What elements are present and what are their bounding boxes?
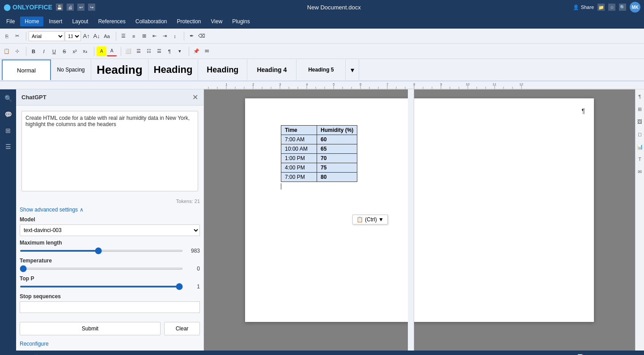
menu-item-file[interactable]: File: [2, 17, 19, 26]
favorite-control[interactable]: ☆: [608, 4, 615, 11]
clear-button[interactable]: Clear: [164, 322, 200, 335]
table-cell-humidity-1: 60: [317, 135, 357, 144]
left-icon-search[interactable]: 🔍: [3, 93, 13, 104]
submit-button[interactable]: Submit: [20, 322, 161, 335]
stop-sequences-input[interactable]: [20, 301, 200, 313]
style2-group: 📌 ✉: [191, 46, 212, 56]
paste-btn[interactable]: 📋: [2, 46, 12, 56]
align-center-btn[interactable]: ☰: [134, 46, 144, 56]
print-control[interactable]: 🖨: [67, 4, 74, 11]
left-icon-grid[interactable]: ⊞: [3, 125, 13, 136]
align-right-btn[interactable]: ☷: [144, 46, 154, 56]
format-group: B I U S x² x₂: [29, 46, 90, 56]
menu-item-collaboration[interactable]: Collaboration: [131, 17, 172, 26]
svg-text:4: 4: [306, 82, 308, 86]
max-length-slider[interactable]: [20, 250, 183, 252]
justify-btn[interactable]: ☰: [154, 46, 164, 56]
decrease-font-btn[interactable]: A↓: [92, 31, 102, 41]
copy-style2-btn[interactable]: 📌: [191, 46, 201, 56]
avatar[interactable]: MK: [630, 2, 640, 13]
title-bar-right: 👤 Share 📁 ☆ 🔍 MK: [573, 2, 640, 13]
right-icon-image[interactable]: 🖼: [636, 118, 644, 125]
search-control[interactable]: 🔍: [619, 4, 626, 11]
status-bar: Page 1 of 1 ☰ Word count All changes sav…: [0, 351, 644, 355]
svg-text:11: 11: [492, 82, 496, 86]
right-icon-chart[interactable]: 📊: [636, 143, 644, 150]
bold-btn[interactable]: B: [29, 46, 38, 56]
clear-format-btn[interactable]: ⌫: [197, 31, 207, 41]
bullet-list-btn[interactable]: ☰: [119, 31, 128, 41]
menu-item-view[interactable]: View: [207, 17, 227, 26]
change-case-btn[interactable]: Aa: [102, 31, 112, 41]
table-row: 7:00 PM 80: [281, 173, 357, 182]
pilcrow-icon[interactable]: ¶: [581, 107, 585, 114]
menu-item-insert[interactable]: Insert: [44, 17, 67, 26]
font-size-select[interactable]: 11: [65, 31, 81, 41]
document-page[interactable]: ¶ Time Humidity (%) 7:00 AM 60: [245, 98, 594, 322]
align-left-btn[interactable]: ⬜: [123, 46, 133, 56]
menu-item-references[interactable]: References: [93, 17, 130, 26]
italic-btn[interactable]: I: [39, 46, 49, 56]
zoom-in-btn[interactable]: +: [637, 354, 640, 355]
increase-indent-btn[interactable]: ⇥: [160, 31, 169, 41]
copy-btn[interactable]: ⎘: [2, 31, 12, 41]
highlight-btn[interactable]: A: [97, 46, 106, 56]
style-heading5[interactable]: Heading 5: [297, 59, 346, 80]
style-no-spacing[interactable]: No Spacing: [51, 59, 91, 80]
right-icon-table[interactable]: ⊞: [636, 106, 644, 113]
menu-item-protection[interactable]: Protection: [173, 17, 206, 26]
menu-item-home[interactable]: Home: [20, 17, 43, 26]
multilevel-list-btn[interactable]: ⊞: [139, 31, 149, 41]
temperature-slider[interactable]: [20, 268, 183, 270]
select-btn[interactable]: ⊹: [12, 46, 22, 56]
advanced-toggle[interactable]: Show advanced settings ∧: [20, 207, 200, 213]
superscript-btn[interactable]: x²: [70, 46, 80, 56]
panel-title: ChatGPT: [21, 94, 47, 101]
decrease-indent-btn[interactable]: ⇤: [149, 31, 159, 41]
cut-btn[interactable]: ✂: [12, 31, 22, 41]
underline-btn[interactable]: U: [49, 46, 59, 56]
undo-control[interactable]: ↩: [77, 4, 85, 11]
save-control[interactable]: 💾: [56, 4, 63, 11]
humidity-table[interactable]: Time Humidity (%) 7:00 AM 60 10:00 AM 65: [281, 125, 357, 182]
line-spacing-btn[interactable]: ↕: [170, 31, 180, 41]
menu-item-plugins[interactable]: Plugins: [228, 17, 254, 26]
reconfigure-link[interactable]: Reconfigure: [16, 339, 203, 351]
right-icon-text[interactable]: T: [636, 156, 644, 163]
increase-font-btn[interactable]: A↑: [81, 31, 91, 41]
left-icon-nav[interactable]: ☰: [3, 141, 13, 152]
mail-merge-btn[interactable]: ✉: [202, 46, 212, 56]
more-align-btn[interactable]: ▾: [175, 46, 185, 56]
left-icon-comment[interactable]: 💬: [3, 109, 13, 120]
table-cell-humidity-4: 75: [317, 163, 357, 173]
style-more-btn[interactable]: ▾: [346, 59, 359, 80]
chat-input-area[interactable]: Create HTML code for a table with real a…: [21, 111, 198, 191]
style-heading4[interactable]: Heading 4: [247, 59, 297, 80]
redo-control[interactable]: ↪: [88, 4, 95, 11]
style-normal[interactable]: Normal: [2, 59, 51, 80]
subscript-btn[interactable]: x₂: [80, 46, 90, 56]
panel-close-btn[interactable]: ✕: [192, 93, 198, 101]
location-control[interactable]: 📁: [597, 4, 605, 11]
font-family-select[interactable]: Arial: [29, 31, 64, 41]
style-heading3[interactable]: Heading: [198, 59, 247, 80]
font-color-btn[interactable]: A: [107, 46, 117, 56]
show-marks-btn[interactable]: ¶: [165, 46, 174, 56]
strikethrough-btn[interactable]: S: [59, 46, 69, 56]
zoom-out-btn[interactable]: −: [603, 354, 607, 355]
style-heading2[interactable]: Heading: [148, 59, 199, 80]
right-icon-mail[interactable]: ✉: [636, 168, 644, 175]
right-icon-shape[interactable]: ◻: [636, 131, 644, 138]
top-p-slider[interactable]: [20, 286, 183, 287]
menu-item-layout[interactable]: Layout: [68, 17, 93, 26]
numbered-list-btn[interactable]: ≡: [129, 31, 139, 41]
copy-style-btn[interactable]: ✒: [186, 31, 196, 41]
document-area[interactable]: ¶ Time Humidity (%) 7:00 AM 60: [204, 89, 635, 351]
paste-popup[interactable]: 📋 (Ctrl) ▼: [352, 215, 388, 224]
style-heading1[interactable]: Heading: [91, 59, 148, 80]
model-setting: Model text-davinci-003: [20, 216, 200, 236]
right-icon-paragraph[interactable]: ¶: [636, 93, 644, 100]
share-button[interactable]: 👤 Share: [573, 4, 594, 10]
model-select[interactable]: text-davinci-003: [20, 224, 200, 236]
panel-footer: Submit Clear: [16, 318, 203, 339]
